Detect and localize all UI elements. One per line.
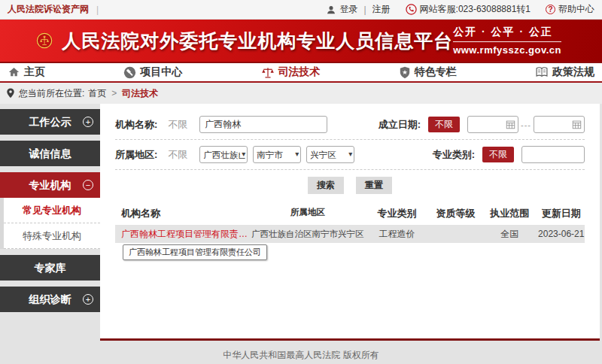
column-header-category: 专业类别 [364,207,430,220]
hotline-group: 网站客服:023-63088881转1 [406,3,531,16]
sidebar-subitem-special-orgs[interactable]: 特殊专业机构 [4,223,100,249]
nav-label: 司法技术 [278,65,321,79]
sidebar-item-label: 工作公示 [29,116,71,128]
sidebar-subitem-common-orgs[interactable]: 常见专业机构 [4,198,100,223]
filter-row-1: 机构名称: 不限 成立日期: 不限 --- [115,110,585,140]
user-icon [326,5,336,15]
sidebar-item-professional-orgs[interactable]: 专业机构 − [0,172,100,198]
nav-label: 项目中心 [140,65,182,79]
search-button[interactable]: 搜索 [308,177,344,194]
org-updated-cell: 2023-06-21 [538,229,585,239]
org-region-cell: 广西壮族自治区南宁市兴宁区 [251,229,364,240]
category-label: 专业类别: [433,148,475,162]
help-center-link[interactable]: ? 帮助中心 [546,3,594,16]
org-category-cell: 工程造价 [364,228,430,241]
topbar-left: 人民法院诉讼资产网 | [8,3,99,16]
sidebar-item-label: 专家库 [35,262,66,274]
category-input[interactable] [521,146,585,163]
nav-label: 特色专栏 [415,65,457,79]
org-name-group: 机构名称: 不限 [115,116,327,133]
org-name-unlimited-option[interactable]: 不限 [168,118,187,132]
login-register-separator: | [363,5,366,15]
column-header-org-name: 机构名称 [115,207,251,220]
breadcrumb-current: 司法技术 [122,87,158,100]
top-utility-bar: 人民法院诉讼资产网 | 登录 | 注册 网站客服:023-63088881转1 … [0,0,602,20]
topbar-divider: | [96,5,99,15]
column-header-updated: 更新日期 [538,207,585,220]
sidebar-item-work-publicity[interactable]: 工作公示 + [0,109,100,135]
date-range-separator: --- [521,120,531,129]
login-label: 登录 [339,3,357,16]
location-pin-icon [6,88,15,99]
category-group: 专业类别: 不限 [433,146,585,163]
founded-date-unlimited-button[interactable]: 不限 [428,117,460,132]
breadcrumb-separator: > [111,88,117,99]
nav-item-featured-column[interactable]: 特色专栏 [399,65,457,79]
nav-item-project-center[interactable]: 项目中心 [123,65,182,79]
banner-right: 公开 · 公平 · 公正 www.rmfysszc.gov.cn [453,26,561,56]
sidebar-item-label: 诚信信息 [29,147,71,159]
region-label: 所属地区: [115,148,157,162]
main-panel: 机构名称: 不限 成立日期: 不限 --- [100,104,600,341]
breadcrumb-home-link[interactable]: 首页 [88,87,106,100]
nav-item-home[interactable]: 主页 [8,65,45,79]
district-select-value: 兴宁区 [310,150,336,161]
table-header-row: 机构名称 所属地区 专业类别 资质等级 执业范围 更新日期 [115,202,585,225]
slogan-text: 公开 · 公平 · 公正 [453,26,561,42]
register-label: 注册 [372,3,391,16]
book-icon [535,66,549,78]
chevron-down-icon: ▾ [240,150,245,158]
table-row[interactable]: 广西翰林工程项目管理有限责任... 广西壮族自治区南宁市兴宁区 工程造价 全国 … [115,225,585,243]
nav-label: 政策法规 [552,65,594,79]
action-buttons-row: 搜索 重置 [115,170,585,199]
sidebar-item-label: 组织诊断 [29,293,71,305]
main-nav: 主页 项目中心 司法技术 特色专栏 政策法规 [0,62,602,83]
org-name-input[interactable] [199,116,327,133]
column-header-grade: 资质等级 [430,207,482,220]
nav-item-judicial-technology[interactable]: 司法技术 [261,65,321,79]
province-select[interactable]: 广西壮族自治 ▾ [199,146,248,163]
help-label: 帮助中心 [558,3,594,16]
circle-minus-icon: − [83,180,93,190]
help-icon: ? [546,5,555,14]
site-banner: 人民法院对外委托专业机构专业人员信息平台 公开 · 公平 · 公正 www.rm… [0,20,602,62]
date-start-input[interactable] [467,116,518,133]
calendar-icon [506,120,515,129]
district-select[interactable]: 兴宁区 ▾ [306,146,354,163]
copyright-text: 中华人民共和国最高人民法院 版权所有 [223,350,379,360]
register-link[interactable]: 注册 [372,3,391,16]
region-unlimited-option[interactable]: 不限 [168,148,187,162]
circle-plus-icon: + [83,294,93,305]
org-name-tooltip: 广西翰林工程项目管理有限责任公司 [123,244,267,260]
sidebar-item-org-diagnosis[interactable]: 组织诊断 + [0,287,100,312]
region-group: 所属地区: 不限 广西壮族自治 ▾ 南宁市 ▾ 兴宁区 ▾ [115,146,360,163]
content-area: 工作公示 + 诚信信息 专业机构 − 常见专业机构 特殊专业机构 专家库 组织诊… [0,104,602,341]
sidebar-item-expert-pool[interactable]: 专家库 [0,255,100,281]
circle-plus-icon: + [83,117,93,127]
date-end-input[interactable] [534,116,585,133]
sidebar-item-integrity-info[interactable]: 诚信信息 [0,141,100,166]
login-link[interactable]: 登录 [326,3,357,16]
sidebar-item-label: 专业机构 [29,179,71,191]
litigation-assets-site-link[interactable]: 人民法院诉讼资产网 [8,3,89,16]
nav-item-policies-regulations[interactable]: 政策法规 [535,65,594,79]
category-unlimited-button[interactable]: 不限 [482,147,514,162]
org-name-link[interactable]: 广西翰林工程项目管理有限责任... [115,228,251,241]
hotline-label: 网站客服:023-63088881转1 [420,3,531,16]
calendar-icon [572,120,582,129]
chevron-down-icon: ▾ [293,150,299,158]
org-name-label: 机构名称: [115,118,157,132]
sidebar-submenu: 常见专业机构 特殊专业机构 [0,198,100,249]
page: 人民法院诉讼资产网 | 登录 | 注册 网站客服:023-63088881转1 … [0,0,602,364]
column-header-scope: 执业范围 [482,207,538,220]
nav-label: 主页 [24,65,45,79]
scales-icon [261,66,275,79]
breadcrumb-prefix: 您当前所在位置: [19,87,84,100]
city-select[interactable]: 南宁市 ▾ [253,146,301,163]
phone-icon [406,4,417,15]
website-url: www.rmfysszc.gov.cn [453,44,561,56]
sidebar: 工作公示 + 诚信信息 专业机构 − 常见专业机构 特殊专业机构 专家库 组织诊… [0,104,100,341]
shield-star-icon [399,66,411,79]
gavel-circle-icon [123,66,136,79]
reset-button[interactable]: 重置 [356,177,392,194]
